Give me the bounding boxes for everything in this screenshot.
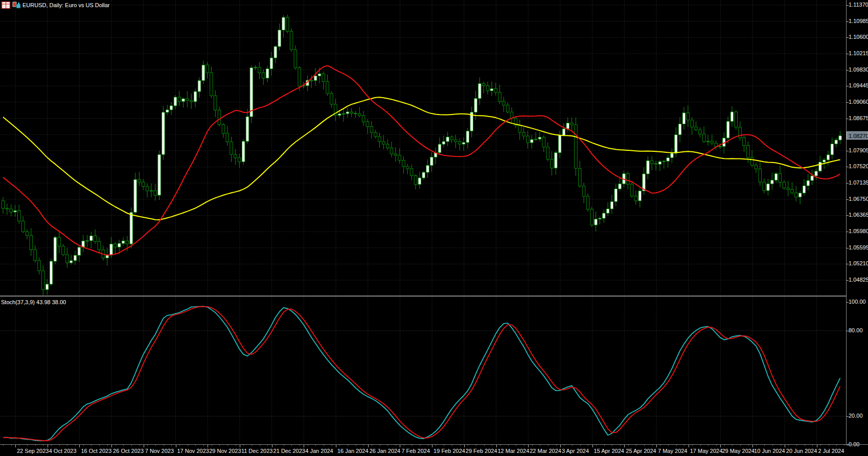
price-axis-label: 1.07520 bbox=[849, 163, 868, 170]
time-axis-tick bbox=[689, 445, 689, 447]
stoch-axis-label: 20.00 bbox=[849, 413, 863, 419]
price-axis-label: 1.10600 bbox=[849, 34, 868, 40]
time-axis-minor-tick bbox=[188, 445, 188, 446]
time-axis-minor-tick bbox=[315, 445, 316, 446]
time-axis-minor-tick bbox=[252, 445, 252, 446]
time-axis-minor-tick bbox=[43, 445, 43, 446]
chart-titlebar: EURUSD, Daily: Euro vs US Dollar bbox=[0, 0, 868, 11]
time-axis-minor-tick bbox=[548, 445, 549, 446]
time-axis-tick bbox=[368, 445, 369, 447]
time-axis-minor-tick bbox=[27, 445, 28, 446]
date-label: 3 Apr 2024 bbox=[562, 448, 589, 454]
date-label: 17 Nov 2023 bbox=[177, 448, 209, 454]
price-axis[interactable]: 1.08270 1.113701.109851.106001.102151.09… bbox=[846, 0, 868, 444]
time-axis-minor-tick bbox=[636, 445, 636, 446]
time-axis-minor-tick bbox=[404, 445, 404, 446]
time-axis-tick bbox=[15, 445, 16, 447]
time-axis-minor-tick bbox=[324, 445, 324, 446]
date-label: 7 Feb 2024 bbox=[401, 448, 430, 454]
price-axis-label: 1.06365 bbox=[849, 212, 868, 218]
time-axis-minor-tick bbox=[219, 445, 220, 446]
time-axis-minor-tick bbox=[356, 445, 356, 446]
time-axis-minor-tick bbox=[500, 445, 500, 446]
time-axis-minor-tick bbox=[812, 445, 813, 446]
time-axis-minor-tick bbox=[772, 445, 773, 446]
time-axis-tick bbox=[336, 445, 336, 447]
date-label: 19 Feb 2024 bbox=[433, 448, 465, 454]
time-axis-minor-tick bbox=[11, 445, 12, 446]
date-label: 29 Nov 2023 bbox=[209, 448, 241, 454]
time-axis-minor-tick bbox=[805, 445, 805, 446]
price-chart-canvas[interactable] bbox=[0, 0, 846, 295]
time-axis-minor-tick bbox=[748, 445, 749, 446]
time-axis-minor-tick bbox=[580, 445, 581, 446]
time-axis-minor-tick bbox=[668, 445, 669, 446]
time-axis-minor-tick bbox=[171, 445, 172, 446]
time-axis-minor-tick bbox=[107, 445, 108, 446]
time-axis-minor-tick bbox=[492, 445, 492, 446]
current-price-box: 1.08270 bbox=[847, 131, 868, 140]
date-label: 16 Jan 2024 bbox=[337, 448, 369, 454]
time-axis-minor-tick bbox=[227, 445, 228, 446]
time-axis-tick bbox=[817, 445, 817, 447]
date-label: 2 Jul 2024 bbox=[818, 448, 844, 454]
time-axis-minor-tick bbox=[572, 445, 573, 446]
time-axis-minor-tick bbox=[564, 445, 564, 446]
date-label: 16 Oct 2023 bbox=[81, 448, 111, 454]
time-axis-minor-tick bbox=[3, 445, 4, 446]
time-axis-minor-tick bbox=[524, 445, 524, 446]
time-axis-minor-tick bbox=[276, 445, 276, 446]
time-axis-minor-tick bbox=[363, 445, 364, 446]
time-axis-tick bbox=[528, 445, 529, 447]
time-axis-minor-tick bbox=[99, 445, 100, 446]
date-label: 29 Feb 2024 bbox=[466, 448, 497, 454]
time-axis-minor-tick bbox=[724, 445, 725, 446]
time-axis-minor-tick bbox=[116, 445, 116, 446]
date-label: 29 May 2024 bbox=[722, 448, 755, 454]
time-axis-tick bbox=[304, 445, 304, 447]
table-icon[interactable] bbox=[2, 2, 10, 9]
time-axis-minor-tick bbox=[844, 445, 845, 446]
time-axis-minor-tick bbox=[676, 445, 677, 446]
time-axis-minor-tick bbox=[756, 445, 757, 446]
stoch-chart-canvas[interactable] bbox=[0, 297, 846, 444]
price-axis-label: 1.07905 bbox=[849, 147, 868, 154]
time-axis-minor-tick bbox=[700, 445, 701, 446]
time-axis-tick bbox=[144, 445, 144, 447]
time-axis-minor-tick bbox=[35, 445, 36, 446]
time-axis-minor-tick bbox=[484, 445, 485, 446]
time-axis-minor-tick bbox=[267, 445, 268, 446]
time-axis-minor-tick bbox=[131, 445, 132, 446]
date-label: 21 Dec 2023 bbox=[273, 448, 305, 454]
time-axis-minor-tick bbox=[556, 445, 557, 446]
time-axis-tick bbox=[656, 445, 657, 447]
panel-separator[interactable] bbox=[0, 295, 846, 297]
time-axis-minor-tick bbox=[684, 445, 684, 446]
time-axis-minor-tick bbox=[540, 445, 540, 446]
time-axis-minor-tick bbox=[387, 445, 388, 446]
time-axis-minor-tick bbox=[19, 445, 19, 446]
time-axis-minor-tick bbox=[332, 445, 332, 446]
time-axis-minor-tick bbox=[516, 445, 516, 446]
date-label: 20 Jun 2024 bbox=[786, 448, 817, 454]
time-axis-minor-tick bbox=[692, 445, 693, 446]
time-axis-tick bbox=[752, 445, 753, 447]
stoch-axis-label: 100.00 bbox=[849, 299, 866, 305]
bar-chart-icon[interactable] bbox=[12, 2, 21, 9]
time-axis-minor-tick bbox=[195, 445, 196, 446]
time-axis-minor-tick bbox=[764, 445, 765, 446]
time-axis-minor-tick bbox=[412, 445, 412, 446]
time-axis-minor-tick bbox=[236, 445, 236, 446]
date-label: 17 May 2024 bbox=[690, 448, 723, 454]
price-axis-label: 1.09060 bbox=[849, 99, 868, 105]
time-axis-minor-tick bbox=[348, 445, 348, 446]
time-axis-minor-tick bbox=[452, 445, 452, 446]
time-axis-minor-tick bbox=[628, 445, 629, 446]
price-axis-label: 1.10985 bbox=[849, 18, 868, 25]
price-axis-label: 1.07135 bbox=[849, 179, 868, 186]
time-axis-minor-tick bbox=[796, 445, 797, 446]
time-axis-tick bbox=[176, 445, 176, 447]
time-axis-minor-tick bbox=[604, 445, 605, 446]
time-axis[interactable]: 22 Sep 20234 Oct 202316 Oct 202326 Oct 2… bbox=[0, 444, 868, 456]
time-axis-minor-tick bbox=[51, 445, 52, 446]
